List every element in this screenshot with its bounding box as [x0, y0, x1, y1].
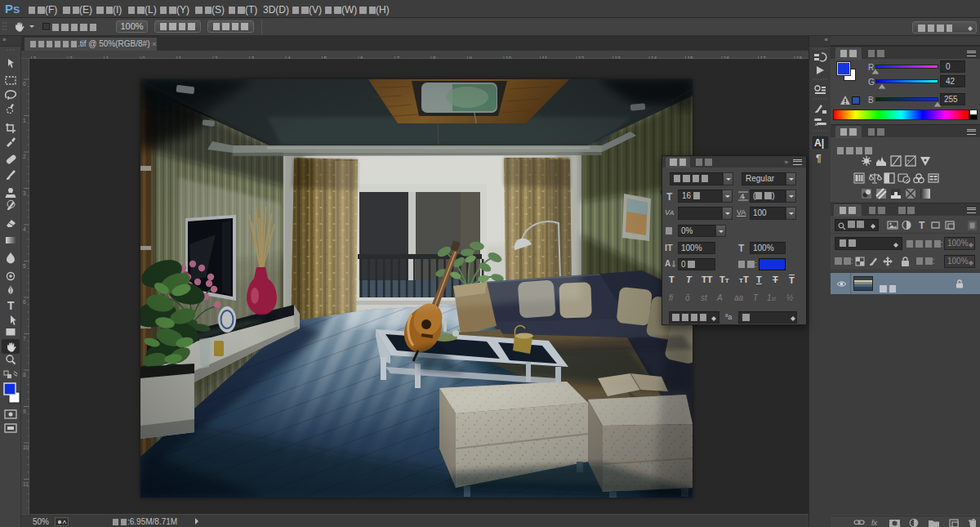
svg-text:6: 6 — [23, 299, 26, 305]
svg-text:A: A — [740, 193, 745, 200]
svg-text:10: 10 — [23, 444, 29, 450]
svg-text:¶: ¶ — [816, 153, 822, 164]
svg-text:T: T — [7, 299, 15, 312]
svg-text:4: 4 — [23, 226, 26, 232]
svg-text:0: 0 — [23, 81, 26, 87]
svg-text:T: T — [919, 220, 925, 231]
svg-text:9: 9 — [23, 409, 26, 414]
svg-text:8: 8 — [23, 372, 26, 377]
svg-text:fx: fx — [871, 519, 878, 527]
svg-text:5: 5 — [23, 263, 26, 269]
svg-text:11: 11 — [23, 481, 29, 487]
svg-text:-: - — [911, 162, 913, 167]
svg-text:+: + — [907, 158, 911, 163]
svg-text:7: 7 — [23, 336, 26, 342]
svg-text:2: 2 — [23, 154, 26, 159]
svg-text:1: 1 — [23, 118, 26, 123]
svg-text:A|: A| — [814, 137, 824, 149]
svg-text:3: 3 — [23, 190, 26, 196]
